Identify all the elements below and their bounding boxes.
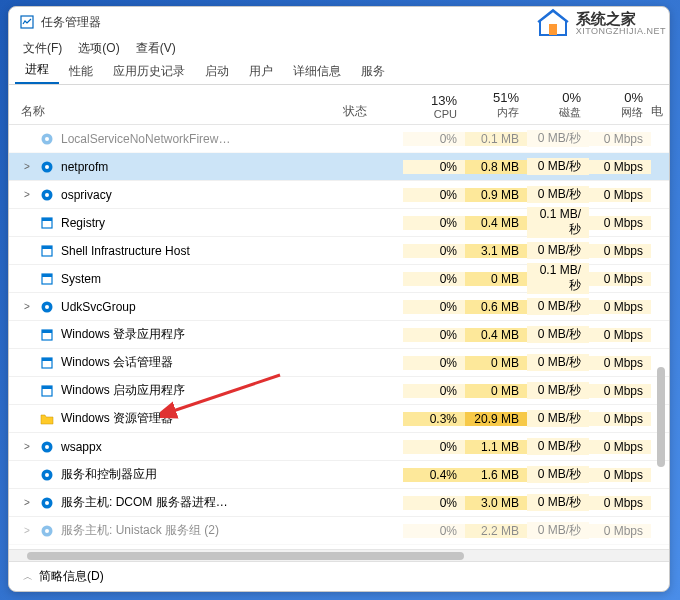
process-icon: [39, 467, 55, 483]
disk-cell: 0 MB/秒: [527, 242, 589, 259]
col-name-label[interactable]: 名称: [21, 103, 45, 120]
menu-view[interactable]: 查看(V): [130, 38, 182, 59]
table-row[interactable]: Registry0%0.4 MB0.1 MB/秒0 Mbps: [9, 209, 669, 237]
mem-cell: 0.9 MB: [465, 188, 527, 202]
col-status-label[interactable]: 状态: [343, 104, 367, 118]
mem-cell: 0.4 MB: [465, 328, 527, 342]
table-header: 名称 状态 13% CPU 51% 内存 0% 磁盘 0% 网络 电: [9, 85, 669, 125]
tab-0[interactable]: 进程: [15, 57, 59, 84]
cpu-pct: 13%: [431, 93, 457, 108]
table-row[interactable]: LocalServiceNoNetworkFirew…0%0.1 MB0 MB/…: [9, 125, 669, 153]
scrollbar-horizontal[interactable]: [9, 549, 669, 561]
net-cell: 0 Mbps: [589, 244, 651, 258]
tab-5[interactable]: 详细信息: [283, 59, 351, 84]
svg-rect-16: [42, 330, 52, 333]
process-rows[interactable]: LocalServiceNoNetworkFirew…0%0.1 MB0 MB/…: [9, 125, 669, 549]
net-cell: 0 Mbps: [589, 188, 651, 202]
tab-1[interactable]: 性能: [59, 59, 103, 84]
col-mem[interactable]: 51% 内存: [465, 90, 527, 120]
net-cell: 0 Mbps: [589, 300, 651, 314]
cpu-cell: 0%: [403, 384, 465, 398]
cpu-cell: 0%: [403, 440, 465, 454]
mem-cell: 0 MB: [465, 384, 527, 398]
scrollbar-h-thumb[interactable]: [27, 552, 464, 560]
table-row[interactable]: Shell Infrastructure Host0%3.1 MB0 MB/秒0…: [9, 237, 669, 265]
table-row[interactable]: >服务主机: Unistack 服务组 (2)0%2.2 MB0 MB/秒0 M…: [9, 517, 669, 545]
mem-cell: 0.6 MB: [465, 300, 527, 314]
table-row[interactable]: >netprofm0%0.8 MB0 MB/秒0 Mbps: [9, 153, 669, 181]
menubar: 文件(F) 选项(O) 查看(V): [9, 37, 669, 59]
svg-rect-0: [21, 16, 33, 28]
cpu-cell: 0%: [403, 496, 465, 510]
fewer-details-button[interactable]: 简略信息(D): [39, 568, 104, 585]
expand-toggle[interactable]: >: [21, 525, 33, 536]
task-manager-window: 任务管理器 文件(F) 选项(O) 查看(V) 进程性能应用历史记录启动用户详细…: [8, 6, 670, 592]
expand-toggle[interactable]: >: [21, 301, 33, 312]
net-cell: 0 Mbps: [589, 160, 651, 174]
tab-4[interactable]: 用户: [239, 59, 283, 84]
cpu-cell: 0%: [403, 328, 465, 342]
watermark-sub: XITONGZHIJIA.NET: [576, 26, 666, 36]
process-icon: [39, 495, 55, 511]
tab-3[interactable]: 启动: [195, 59, 239, 84]
process-icon: [39, 299, 55, 315]
process-icon: [39, 243, 55, 259]
disk-cell: 0 MB/秒: [527, 298, 589, 315]
table-row[interactable]: Windows 启动应用程序0%0 MB0 MB/秒0 Mbps: [9, 377, 669, 405]
scrollbar-v-thumb[interactable]: [657, 367, 665, 467]
col-net[interactable]: 0% 网络: [589, 90, 651, 120]
svg-rect-10: [42, 246, 52, 249]
disk-cell: 0 MB/秒: [527, 130, 589, 147]
menu-file[interactable]: 文件(F): [17, 38, 68, 59]
process-name: Windows 资源管理器: [61, 410, 173, 427]
table-row[interactable]: Windows 会话管理器0%0 MB0 MB/秒0 Mbps: [9, 349, 669, 377]
process-name: 服务主机: DCOM 服务器进程…: [61, 494, 228, 511]
mem-cell: 0 MB: [465, 272, 527, 286]
disk-cell: 0 MB/秒: [527, 158, 589, 175]
process-icon: [39, 215, 55, 231]
cpu-lbl: CPU: [434, 108, 457, 120]
menu-options[interactable]: 选项(O): [72, 38, 125, 59]
table-row[interactable]: Windows 登录应用程序0%0.4 MB0 MB/秒0 Mbps: [9, 321, 669, 349]
process-name: 服务主机: Unistack 服务组 (2): [61, 522, 219, 539]
window-title: 任务管理器: [41, 14, 101, 31]
table-row[interactable]: >服务主机: DCOM 服务器进程…0%3.0 MB0 MB/秒0 Mbps: [9, 489, 669, 517]
process-name: Registry: [61, 216, 105, 230]
process-name: osprivacy: [61, 188, 112, 202]
net-cell: 0 Mbps: [589, 496, 651, 510]
mem-cell: 3.1 MB: [465, 244, 527, 258]
cpu-cell: 0%: [403, 216, 465, 230]
app-icon: [19, 14, 35, 30]
scrollbar-vertical[interactable]: [657, 127, 667, 507]
house-icon: [536, 8, 570, 38]
chevron-up-icon[interactable]: ︿: [23, 570, 33, 584]
disk-pct: 0%: [562, 90, 581, 105]
svg-point-2: [45, 137, 49, 141]
table-row[interactable]: 服务和控制器应用0.4%1.6 MB0 MB/秒0 Mbps: [9, 461, 669, 489]
col-disk[interactable]: 0% 磁盘: [527, 90, 589, 120]
svg-rect-12: [42, 274, 52, 277]
table-row[interactable]: >UdkSvcGroup0%0.6 MB0 MB/秒0 Mbps: [9, 293, 669, 321]
net-cell: 0 Mbps: [589, 328, 651, 342]
table-row[interactable]: >wsappx0%1.1 MB0 MB/秒0 Mbps: [9, 433, 669, 461]
expand-toggle[interactable]: >: [21, 497, 33, 508]
process-name: Windows 启动应用程序: [61, 382, 185, 399]
expand-toggle[interactable]: >: [21, 161, 33, 172]
net-cell: 0 Mbps: [589, 412, 651, 426]
table-row[interactable]: >osprivacy0%0.9 MB0 MB/秒0 Mbps: [9, 181, 669, 209]
process-icon: [39, 271, 55, 287]
svg-point-28: [45, 529, 49, 533]
table-row[interactable]: Windows 资源管理器0.3%20.9 MB0 MB/秒0 Mbps: [9, 405, 669, 433]
net-cell: 0 Mbps: [589, 384, 651, 398]
expand-toggle[interactable]: >: [21, 189, 33, 200]
tab-2[interactable]: 应用历史记录: [103, 59, 195, 84]
svg-rect-18: [42, 358, 52, 361]
net-pct: 0%: [624, 90, 643, 105]
tab-6[interactable]: 服务: [351, 59, 395, 84]
col-cpu[interactable]: 13% CPU: [403, 93, 465, 120]
expand-toggle[interactable]: >: [21, 441, 33, 452]
table-row[interactable]: System0%0 MB0.1 MB/秒0 Mbps: [9, 265, 669, 293]
power-lbl[interactable]: 电: [651, 104, 663, 118]
svg-rect-8: [42, 218, 52, 221]
disk-cell: 0 MB/秒: [527, 494, 589, 511]
